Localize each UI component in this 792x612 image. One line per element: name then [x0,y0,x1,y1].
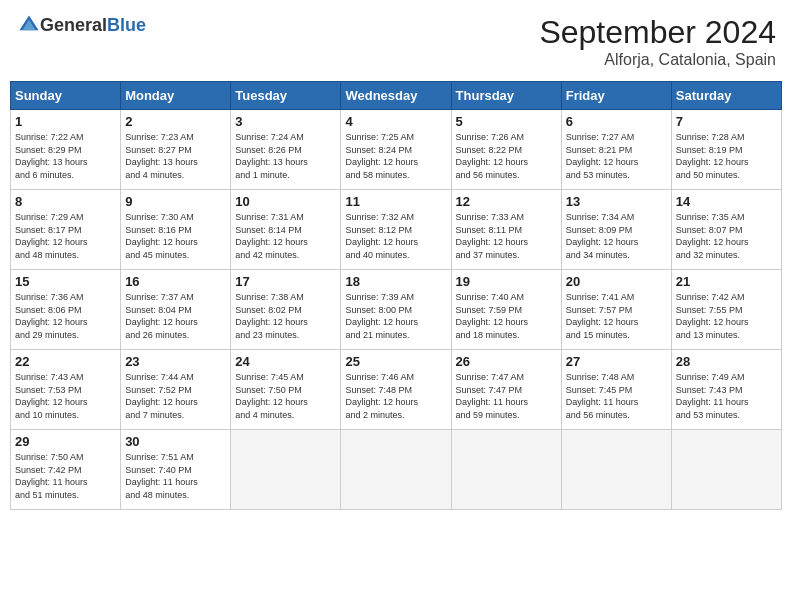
calendar-week-row: 29Sunrise: 7:50 AM Sunset: 7:42 PM Dayli… [11,430,782,510]
calendar-cell: 4Sunrise: 7:25 AM Sunset: 8:24 PM Daylig… [341,110,451,190]
day-info: Sunrise: 7:34 AM Sunset: 8:09 PM Dayligh… [566,211,667,261]
logo: General Blue [16,14,146,36]
calendar-cell: 21Sunrise: 7:42 AM Sunset: 7:55 PM Dayli… [671,270,781,350]
day-info: Sunrise: 7:48 AM Sunset: 7:45 PM Dayligh… [566,371,667,421]
day-number: 17 [235,274,336,289]
day-number: 18 [345,274,446,289]
calendar-cell: 15Sunrise: 7:36 AM Sunset: 8:06 PM Dayli… [11,270,121,350]
day-number: 4 [345,114,446,129]
day-number: 19 [456,274,557,289]
day-number: 9 [125,194,226,209]
location-title: Alforja, Catalonia, Spain [539,51,776,69]
day-info: Sunrise: 7:27 AM Sunset: 8:21 PM Dayligh… [566,131,667,181]
day-number: 13 [566,194,667,209]
calendar-cell: 30Sunrise: 7:51 AM Sunset: 7:40 PM Dayli… [121,430,231,510]
calendar-cell: 18Sunrise: 7:39 AM Sunset: 8:00 PM Dayli… [341,270,451,350]
day-info: Sunrise: 7:39 AM Sunset: 8:00 PM Dayligh… [345,291,446,341]
calendar-cell: 14Sunrise: 7:35 AM Sunset: 8:07 PM Dayli… [671,190,781,270]
day-info: Sunrise: 7:47 AM Sunset: 7:47 PM Dayligh… [456,371,557,421]
day-info: Sunrise: 7:33 AM Sunset: 8:11 PM Dayligh… [456,211,557,261]
day-info: Sunrise: 7:49 AM Sunset: 7:43 PM Dayligh… [676,371,777,421]
day-number: 30 [125,434,226,449]
calendar-cell [451,430,561,510]
day-number: 12 [456,194,557,209]
day-number: 14 [676,194,777,209]
calendar-cell: 12Sunrise: 7:33 AM Sunset: 8:11 PM Dayli… [451,190,561,270]
day-number: 8 [15,194,116,209]
calendar-cell: 5Sunrise: 7:26 AM Sunset: 8:22 PM Daylig… [451,110,561,190]
page-header: General Blue September 2024 Alforja, Cat… [10,10,782,73]
day-number: 27 [566,354,667,369]
logo-blue: Blue [107,15,146,36]
day-info: Sunrise: 7:45 AM Sunset: 7:50 PM Dayligh… [235,371,336,421]
calendar-cell: 28Sunrise: 7:49 AM Sunset: 7:43 PM Dayli… [671,350,781,430]
header-monday: Monday [121,82,231,110]
calendar-cell: 25Sunrise: 7:46 AM Sunset: 7:48 PM Dayli… [341,350,451,430]
calendar-week-row: 1Sunrise: 7:22 AM Sunset: 8:29 PM Daylig… [11,110,782,190]
header-tuesday: Tuesday [231,82,341,110]
day-number: 1 [15,114,116,129]
day-number: 28 [676,354,777,369]
day-info: Sunrise: 7:44 AM Sunset: 7:52 PM Dayligh… [125,371,226,421]
day-info: Sunrise: 7:51 AM Sunset: 7:40 PM Dayligh… [125,451,226,501]
day-info: Sunrise: 7:31 AM Sunset: 8:14 PM Dayligh… [235,211,336,261]
header-thursday: Thursday [451,82,561,110]
day-info: Sunrise: 7:43 AM Sunset: 7:53 PM Dayligh… [15,371,116,421]
day-number: 7 [676,114,777,129]
calendar-cell: 13Sunrise: 7:34 AM Sunset: 8:09 PM Dayli… [561,190,671,270]
day-info: Sunrise: 7:29 AM Sunset: 8:17 PM Dayligh… [15,211,116,261]
day-number: 10 [235,194,336,209]
day-info: Sunrise: 7:40 AM Sunset: 7:59 PM Dayligh… [456,291,557,341]
day-info: Sunrise: 7:30 AM Sunset: 8:16 PM Dayligh… [125,211,226,261]
logo-icon [18,14,40,36]
day-number: 21 [676,274,777,289]
day-info: Sunrise: 7:41 AM Sunset: 7:57 PM Dayligh… [566,291,667,341]
calendar-cell: 8Sunrise: 7:29 AM Sunset: 8:17 PM Daylig… [11,190,121,270]
calendar-cell: 7Sunrise: 7:28 AM Sunset: 8:19 PM Daylig… [671,110,781,190]
day-number: 24 [235,354,336,369]
day-number: 23 [125,354,226,369]
day-info: Sunrise: 7:26 AM Sunset: 8:22 PM Dayligh… [456,131,557,181]
calendar-cell: 17Sunrise: 7:38 AM Sunset: 8:02 PM Dayli… [231,270,341,350]
header-friday: Friday [561,82,671,110]
calendar-cell: 9Sunrise: 7:30 AM Sunset: 8:16 PM Daylig… [121,190,231,270]
day-number: 6 [566,114,667,129]
month-title: September 2024 [539,14,776,51]
calendar-cell: 22Sunrise: 7:43 AM Sunset: 7:53 PM Dayli… [11,350,121,430]
calendar-cell [671,430,781,510]
day-number: 5 [456,114,557,129]
logo-general: General [40,15,107,36]
day-info: Sunrise: 7:38 AM Sunset: 8:02 PM Dayligh… [235,291,336,341]
calendar-cell: 27Sunrise: 7:48 AM Sunset: 7:45 PM Dayli… [561,350,671,430]
day-info: Sunrise: 7:28 AM Sunset: 8:19 PM Dayligh… [676,131,777,181]
calendar-cell: 2Sunrise: 7:23 AM Sunset: 8:27 PM Daylig… [121,110,231,190]
calendar-cell [231,430,341,510]
day-info: Sunrise: 7:46 AM Sunset: 7:48 PM Dayligh… [345,371,446,421]
calendar-cell: 24Sunrise: 7:45 AM Sunset: 7:50 PM Dayli… [231,350,341,430]
calendar-cell: 10Sunrise: 7:31 AM Sunset: 8:14 PM Dayli… [231,190,341,270]
day-number: 3 [235,114,336,129]
day-info: Sunrise: 7:32 AM Sunset: 8:12 PM Dayligh… [345,211,446,261]
day-number: 11 [345,194,446,209]
calendar-week-row: 15Sunrise: 7:36 AM Sunset: 8:06 PM Dayli… [11,270,782,350]
day-info: Sunrise: 7:36 AM Sunset: 8:06 PM Dayligh… [15,291,116,341]
calendar-table: SundayMondayTuesdayWednesdayThursdayFrid… [10,81,782,510]
day-number: 25 [345,354,446,369]
day-number: 26 [456,354,557,369]
calendar-cell: 26Sunrise: 7:47 AM Sunset: 7:47 PM Dayli… [451,350,561,430]
calendar-cell: 16Sunrise: 7:37 AM Sunset: 8:04 PM Dayli… [121,270,231,350]
calendar-cell: 20Sunrise: 7:41 AM Sunset: 7:57 PM Dayli… [561,270,671,350]
calendar-week-row: 8Sunrise: 7:29 AM Sunset: 8:17 PM Daylig… [11,190,782,270]
day-info: Sunrise: 7:23 AM Sunset: 8:27 PM Dayligh… [125,131,226,181]
day-info: Sunrise: 7:35 AM Sunset: 8:07 PM Dayligh… [676,211,777,261]
day-number: 22 [15,354,116,369]
day-number: 2 [125,114,226,129]
header-wednesday: Wednesday [341,82,451,110]
day-info: Sunrise: 7:22 AM Sunset: 8:29 PM Dayligh… [15,131,116,181]
calendar-cell: 1Sunrise: 7:22 AM Sunset: 8:29 PM Daylig… [11,110,121,190]
day-info: Sunrise: 7:42 AM Sunset: 7:55 PM Dayligh… [676,291,777,341]
calendar-cell [561,430,671,510]
calendar-cell: 19Sunrise: 7:40 AM Sunset: 7:59 PM Dayli… [451,270,561,350]
header-sunday: Sunday [11,82,121,110]
calendar-cell [341,430,451,510]
